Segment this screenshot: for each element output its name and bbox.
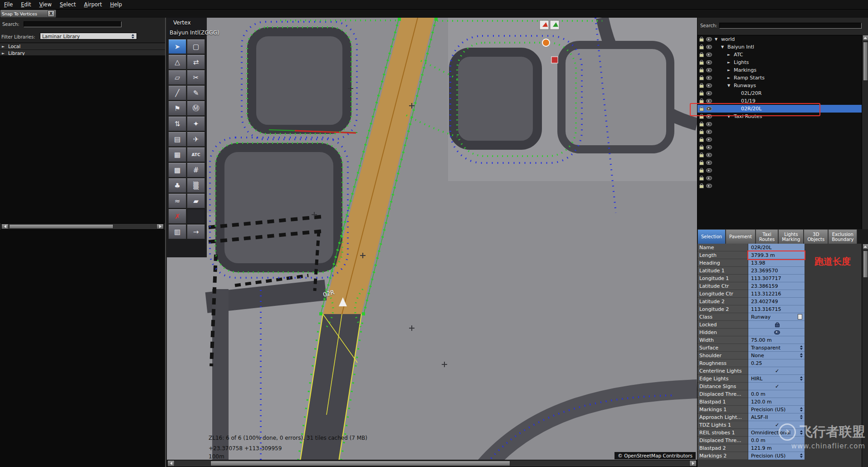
tool-button[interactable]: ≈ — [168, 193, 186, 208]
menu-item[interactable]: Help — [106, 0, 126, 9]
eye-icon[interactable] — [705, 91, 713, 95]
eye-icon[interactable] — [705, 184, 713, 188]
expander-icon[interactable]: ▼ — [727, 114, 733, 118]
lock-icon[interactable] — [697, 68, 705, 73]
stepper-icon[interactable] — [800, 415, 803, 419]
expander-icon[interactable]: ► — [727, 68, 733, 72]
property-value[interactable]: ALSF-II — [748, 413, 805, 421]
hierarchy-row[interactable]: 01/19 — [697, 97, 862, 105]
tool-button[interactable]: ▱ — [168, 70, 186, 85]
stepper-icon[interactable] — [800, 376, 803, 381]
tool-button[interactable]: ▥ — [168, 224, 186, 239]
lock-icon[interactable] — [697, 98, 705, 103]
lock-icon[interactable] — [697, 145, 705, 150]
snap-to-vertices-toggle[interactable]: Snap To Vertices X — [0, 10, 56, 18]
check-icon[interactable] — [775, 383, 779, 389]
hierarchy-row[interactable] — [697, 159, 862, 167]
menu-item[interactable]: View — [35, 0, 56, 9]
property-value[interactable]: Omnidirectional — [748, 429, 805, 437]
hierarchy-row[interactable]: ► Markings — [697, 66, 862, 74]
hierarchy-row[interactable]: ► Lights — [697, 59, 862, 66]
hierarchy-row[interactable]: ▼ world — [697, 35, 862, 43]
property-value[interactable]: 23.386159 — [748, 282, 805, 290]
property-value[interactable]: Precision (US) — [748, 452, 805, 460]
tool-button[interactable] — [187, 209, 205, 224]
property-value[interactable]: 0.0 m — [748, 437, 805, 444]
hierarchy-row[interactable] — [697, 182, 862, 190]
eye-icon[interactable] — [705, 138, 713, 142]
inspector-tab[interactable]: Pavement — [726, 229, 756, 244]
tool-button[interactable]: ATC — [187, 147, 205, 162]
hierarchy-scrollbar[interactable] — [862, 35, 868, 229]
eye-icon[interactable] — [705, 53, 713, 57]
hierarchy-search-input[interactable] — [719, 23, 862, 29]
property-value[interactable] — [748, 329, 805, 336]
property-value[interactable]: 120.0 m — [748, 398, 805, 406]
eye-icon[interactable] — [705, 176, 713, 180]
snap-checkbox[interactable]: X — [48, 10, 54, 17]
tool-button[interactable]: ♣ — [168, 178, 186, 193]
inspector-tab[interactable]: 3D Objects — [804, 229, 828, 244]
inspector-tab[interactable]: Exclusion Boundary — [828, 229, 857, 244]
scroll-left-button[interactable] — [1, 224, 9, 229]
property-value[interactable]: 3799.3 m — [748, 251, 805, 259]
tool-button[interactable]: △ — [168, 54, 186, 69]
hierarchy-row[interactable] — [697, 128, 862, 136]
lock-icon[interactable] — [697, 129, 705, 134]
property-value[interactable]: None — [748, 352, 805, 359]
property-value[interactable] — [748, 383, 805, 390]
eye-icon[interactable] — [705, 76, 713, 80]
tool-button[interactable]: ▰ — [187, 193, 205, 208]
lock-icon[interactable] — [697, 52, 705, 57]
lock-icon[interactable] — [697, 168, 705, 173]
filter-libraries-dropdown[interactable]: Laminar Library — [40, 33, 137, 39]
property-value[interactable]: Transparent — [748, 344, 805, 352]
hierarchy-row[interactable] — [697, 120, 862, 128]
tool-button[interactable]: ➤ — [168, 39, 186, 54]
properties-scrollbar[interactable] — [862, 244, 868, 467]
lock-icon[interactable] — [697, 176, 705, 181]
expander-icon[interactable]: ▼ — [727, 84, 733, 88]
lock-icon[interactable] — [697, 106, 705, 111]
hierarchy-row[interactable]: 02R/20L — [697, 105, 862, 113]
hierarchy-row[interactable] — [697, 143, 862, 151]
hierarchy-row[interactable]: ► ATC — [697, 51, 862, 59]
eye-icon[interactable] — [705, 60, 713, 64]
expander-icon[interactable]: ▼ — [721, 45, 727, 49]
scroll-left-button[interactable] — [167, 460, 175, 467]
scroll-up-button[interactable] — [863, 35, 868, 41]
map-pane[interactable]: Vertex Baiyun Intl(ZGGG) 02R ➤ ▢ △ ⇄ — [167, 18, 697, 467]
property-value[interactable]: 02R/20L — [748, 244, 805, 251]
tool-button[interactable]: ✎ — [187, 85, 205, 100]
tool-button[interactable]: ✂ — [187, 70, 205, 85]
property-value[interactable]: 0.0 m — [748, 390, 805, 398]
scrollbar-thumb[interactable] — [863, 42, 868, 81]
eye-icon[interactable] — [705, 114, 713, 118]
scrollbar-thumb[interactable] — [9, 224, 113, 229]
map-horizontal-scrollbar[interactable] — [167, 460, 697, 467]
lock-icon[interactable] — [697, 183, 705, 188]
inspector-tab[interactable]: Selection — [697, 229, 726, 244]
inspector-tab[interactable]: Taxi Routes — [756, 229, 778, 244]
tool-button[interactable]: ⚑ — [168, 101, 186, 116]
property-value[interactable]: 75.00 m — [748, 336, 805, 344]
lock-icon[interactable] — [697, 152, 705, 157]
hierarchy-row[interactable]: ▼ Taxi Routes — [697, 113, 862, 120]
eye-icon[interactable] — [705, 161, 713, 165]
scrollbar-track[interactable] — [175, 460, 689, 467]
menu-item[interactable]: Edit — [17, 0, 35, 9]
tool-button[interactable]: ▒ — [187, 178, 205, 193]
hierarchy-row[interactable]: ▼ Baiyun Intl — [697, 43, 862, 51]
lock-icon[interactable] — [697, 114, 705, 119]
library-tree-row[interactable]: ► Local — [0, 43, 165, 50]
property-value[interactable]: HIRL — [748, 375, 805, 383]
property-value[interactable]: 23.402749 — [748, 298, 805, 305]
hierarchy-row[interactable] — [697, 174, 862, 182]
stepper-icon[interactable] — [800, 430, 803, 435]
expander-icon[interactable]: ► — [727, 53, 733, 57]
lock-icon[interactable] — [775, 322, 780, 327]
eye-icon[interactable] — [705, 168, 713, 172]
property-value[interactable]: 23.369570 — [748, 267, 805, 275]
eye-icon[interactable] — [774, 330, 780, 334]
menu-item[interactable]: Select — [56, 0, 80, 9]
